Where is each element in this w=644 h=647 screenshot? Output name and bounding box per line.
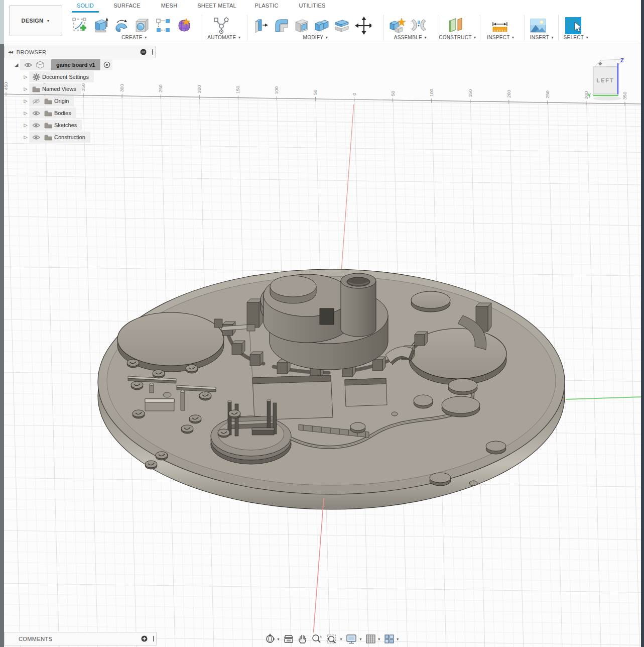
expander-icon[interactable]: ◢: [13, 62, 20, 67]
hole-icon[interactable]: [134, 16, 151, 36]
expander-icon[interactable]: ▷: [22, 111, 29, 116]
root-component-name[interactable]: game board v1: [51, 59, 100, 70]
viewcube-top-face[interactable]: [594, 59, 623, 67]
svg-text:±: ±: [320, 634, 322, 638]
panel-grip[interactable]: [152, 49, 153, 55]
tab-surface[interactable]: SURFACE: [111, 3, 143, 12]
castle-step-cylinder: [270, 276, 316, 303]
chevron-down-icon: ▼: [46, 19, 50, 23]
expander-icon[interactable]: ▷: [22, 86, 29, 91]
joint-icon[interactable]: [410, 16, 427, 36]
browser-row-document-settings[interactable]: ▷ Document Settings: [4, 71, 156, 82]
browser-row-sketches[interactable]: ▷ Sketches: [4, 120, 156, 131]
y-axis-line: [566, 397, 644, 399]
tab-utilities[interactable]: UTILITIES: [298, 3, 327, 12]
modify-group-button[interactable]: MODIFY ▼: [253, 35, 378, 42]
eye-icon[interactable]: [32, 121, 41, 129]
press-pull-icon[interactable]: [253, 16, 270, 36]
construct-plane-icon[interactable]: [447, 16, 464, 36]
navigation-bar: ▼ ± ▼ ▼ ▼ ▼: [263, 632, 401, 645]
svg-text:100: 100: [274, 86, 279, 94]
browser-panel: ◀◀ BROWSER ◢ game board v1 ▷ Docume: [4, 46, 156, 143]
create-group-button[interactable]: CREATE ▼: [71, 35, 198, 42]
new-component-icon[interactable]: [389, 16, 406, 36]
display-settings-tool[interactable]: ▼: [346, 633, 362, 644]
construct-group-button[interactable]: CONSTRUCT ▼: [434, 35, 482, 42]
tab-sheet-metal[interactable]: SHEET METAL: [197, 3, 236, 12]
measure-icon[interactable]: [491, 16, 508, 36]
viewcube-face-label: LEFT: [596, 77, 614, 83]
move-icon[interactable]: [354, 16, 371, 36]
browser-row-construction[interactable]: ▷ Construction: [4, 132, 156, 143]
pad-top-right[interactable]: [411, 291, 450, 312]
eye-icon[interactable]: [32, 109, 41, 117]
inspect-group-button[interactable]: INSPECT ▼: [478, 35, 524, 42]
pattern-icon[interactable]: [155, 16, 172, 36]
collapse-panel-icon[interactable]: ◀◀: [8, 50, 13, 54]
shell-icon[interactable]: [293, 16, 310, 36]
orbit-tool[interactable]: ▼: [265, 633, 280, 644]
y-axis-label: Y: [587, 92, 591, 98]
eye-icon[interactable]: [24, 61, 33, 69]
window-edge: [0, 0, 4, 44]
eye-icon[interactable]: [32, 133, 41, 141]
workspace-switcher-button[interactable]: DESIGN ▼: [9, 5, 62, 36]
automate-icon[interactable]: [213, 16, 230, 36]
pan-tool[interactable]: [297, 633, 308, 644]
split-body-icon[interactable]: [333, 16, 350, 36]
main-toolbar: DESIGN ▼ SOLID SURFACE MESH SHEET METAL …: [4, 0, 641, 44]
plate-large[interactable]: [252, 375, 333, 420]
model-game-board-body[interactable]: [98, 269, 565, 509]
toolbar-separator: [247, 15, 247, 41]
browser-row-root[interactable]: ◢ game board v1: [4, 59, 156, 70]
folder-icon: [44, 97, 53, 105]
expander-icon[interactable]: ▷: [22, 123, 29, 128]
chevron-down-icon: ▼: [396, 637, 400, 641]
comments-panel[interactable]: COMMENTS: [4, 632, 157, 645]
stadium-platform[interactable]: [211, 416, 291, 464]
automate-group-button[interactable]: AUTOMATE ▼: [203, 35, 246, 42]
expander-icon[interactable]: ▷: [22, 74, 29, 79]
tab-solid[interactable]: SOLID: [72, 3, 99, 12]
gear-icon: [32, 73, 41, 81]
browser-row-origin[interactable]: ▷ Origin: [4, 95, 156, 106]
fillet-icon[interactable]: [273, 16, 290, 36]
browser-row-bodies[interactable]: ▷ Bodies: [4, 107, 156, 119]
folder-icon: [44, 121, 53, 129]
viewports-tool[interactable]: ▼: [384, 633, 400, 644]
eye-off-icon[interactable]: [32, 97, 41, 105]
z-axis-label: Z: [620, 57, 624, 63]
svg-text:100: 100: [429, 89, 434, 97]
toolbar-separator: [383, 15, 384, 41]
panel-grip[interactable]: [153, 636, 154, 641]
add-comment-icon[interactable]: [140, 635, 149, 643]
grid-and-snaps-tool[interactable]: ▼: [365, 633, 381, 644]
svg-text:50: 50: [390, 91, 396, 96]
create-sketch-icon[interactable]: [71, 16, 88, 36]
browser-row-named-views[interactable]: ▷ Named Views: [4, 83, 156, 94]
revolve-icon[interactable]: [113, 16, 131, 36]
view-cube[interactable]: LEFT Z Y: [586, 51, 636, 102]
svg-text:0: 0: [351, 93, 357, 95]
extrude-icon[interactable]: [92, 16, 109, 36]
combine-icon[interactable]: [313, 16, 330, 36]
fit-tool[interactable]: ▼: [326, 633, 343, 644]
zoom-tool[interactable]: ±: [311, 633, 323, 644]
assemble-group-button[interactable]: ASSEMBLE ▼: [385, 35, 436, 42]
look-at-tool[interactable]: [283, 633, 294, 644]
expander-icon[interactable]: ▷: [22, 98, 29, 103]
select-icon[interactable]: [564, 16, 581, 36]
tab-plastic[interactable]: PLASTIC: [253, 3, 280, 12]
svg-text:250: 250: [158, 84, 163, 92]
activate-radio-icon[interactable]: [101, 59, 112, 70]
tab-mesh[interactable]: MESH: [158, 3, 180, 12]
castle-tower[interactable]: [341, 273, 376, 337]
remove-filter-icon[interactable]: [139, 48, 148, 56]
expander-icon[interactable]: ▷: [22, 135, 29, 140]
insert-image-icon[interactable]: [529, 16, 546, 36]
insert-group-button[interactable]: INSERT ▼: [524, 35, 560, 42]
form-icon[interactable]: [177, 16, 194, 36]
plate-small[interactable]: [345, 378, 387, 406]
active-tab-underline: [72, 11, 99, 13]
select-group-button[interactable]: SELECT ▼: [558, 35, 594, 42]
